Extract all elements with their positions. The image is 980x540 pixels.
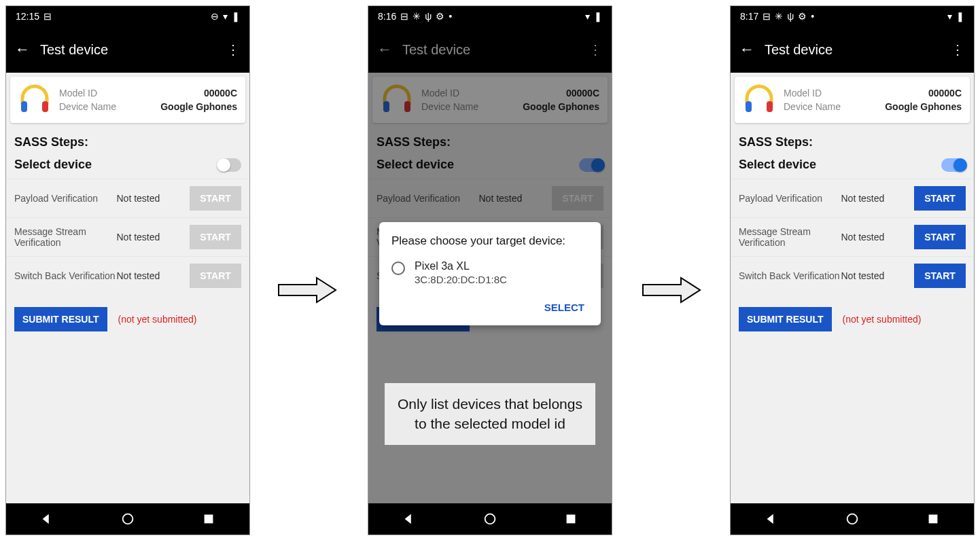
step-row: Payload Verification Not tested START xyxy=(6,179,249,217)
model-id-label: Model ID xyxy=(59,88,97,98)
flow-arrow-icon xyxy=(642,275,703,305)
battery-icon: ❚ xyxy=(232,12,240,21)
nav-back-icon[interactable] xyxy=(764,511,779,526)
app-bar: ← Test device ⋮ xyxy=(731,26,974,73)
svg-rect-4 xyxy=(383,101,389,112)
step-name: Message Stream Verification xyxy=(14,226,117,248)
wifi-icon: ▾ xyxy=(585,12,590,21)
device-name-label: Device Name xyxy=(784,101,841,112)
submit-status: (not yet submitted) xyxy=(118,314,197,325)
status-left-icon: ⚙ xyxy=(798,12,807,21)
start-button[interactable]: START xyxy=(914,264,966,288)
step-status: Not tested xyxy=(117,270,190,281)
status-left-icon: ψ xyxy=(787,12,794,21)
nav-recent-icon[interactable] xyxy=(926,511,941,526)
status-time: 8:16 xyxy=(378,11,396,22)
select-device-label: Select device xyxy=(377,158,454,172)
radio-icon[interactable] xyxy=(391,262,405,275)
device-option-mac: 3C:8D:20:DC:D1:8C xyxy=(415,274,507,285)
nav-home-icon[interactable] xyxy=(483,511,497,526)
nav-bar xyxy=(368,503,612,535)
headphones-icon xyxy=(381,84,413,116)
device-name-value: Google Gphones xyxy=(160,101,237,112)
callout-note: Only list devices that belongs to the se… xyxy=(385,383,595,445)
select-device-label: Select device xyxy=(739,158,816,172)
nav-bar xyxy=(731,503,974,535)
step-status: Not tested xyxy=(841,270,915,281)
start-button[interactable]: START xyxy=(914,225,966,249)
page-title: Test device xyxy=(40,42,222,58)
model-id-label: Model ID xyxy=(784,88,822,98)
model-id-value: 00000C xyxy=(566,88,599,98)
status-left-icon: ψ xyxy=(425,12,432,21)
nav-back-icon[interactable] xyxy=(402,511,417,526)
svg-point-10 xyxy=(847,514,858,524)
device-name-label: Device Name xyxy=(59,101,116,112)
select-device-toggle[interactable] xyxy=(579,158,603,172)
step-row: Switch Back Verification Not tested STAR… xyxy=(731,256,974,295)
status-bar: 8:17 ⊟ ✳ ψ ⚙ • ▾ ❚ xyxy=(731,6,974,26)
status-bar: 8:16 ⊟ ✳ ψ ⚙ • ▾ ❚ xyxy=(368,6,612,26)
step-row: Payload Verification Not tested START xyxy=(731,179,974,217)
submit-result-button[interactable]: SUBMIT RESULT xyxy=(739,307,832,331)
status-left-icon: ⊟ xyxy=(43,12,52,21)
status-left-icon: • xyxy=(449,12,452,21)
dialog-select-button[interactable]: SELECT xyxy=(540,295,589,320)
app-bar: ← Test device ⋮ xyxy=(368,26,612,73)
more-button[interactable]: ⋮ xyxy=(222,41,244,58)
phone-screen-3: 8:17 ⊟ ✳ ψ ⚙ • ▾ ❚ ← Test device ⋮ Model… xyxy=(730,5,975,535)
back-button[interactable]: ← xyxy=(12,41,33,58)
step-status: Not tested xyxy=(841,232,915,242)
svg-rect-7 xyxy=(567,515,576,524)
step-name: Payload Verification xyxy=(739,193,841,204)
phone-screen-2: 8:16 ⊟ ✳ ψ ⚙ • ▾ ❚ ← Test device ⋮ Model… xyxy=(368,5,612,535)
device-name-value: Google Gphones xyxy=(523,101,599,112)
section-title: SASS Steps: xyxy=(731,128,974,154)
step-name: Switch Back Verification xyxy=(14,270,117,281)
page-title: Test device xyxy=(402,42,584,58)
status-time: 8:17 xyxy=(740,11,758,22)
step-row: Payload Verification Not tested START xyxy=(368,179,612,217)
step-row: Message Stream Verification Not tested S… xyxy=(6,217,249,256)
status-left-icon: ✳ xyxy=(775,12,783,21)
start-button[interactable]: START xyxy=(914,186,966,211)
nav-home-icon[interactable] xyxy=(120,511,135,526)
start-button: START xyxy=(552,186,603,211)
model-id-value: 00000C xyxy=(928,88,962,98)
nav-home-icon[interactable] xyxy=(845,511,860,526)
phone-screen-1: 12:15 ⊟ ⊖ ▾ ❚ ← Test device ⋮ Model ID 0… xyxy=(5,5,250,535)
device-card: Model ID 00000C Device Name Google Gphon… xyxy=(735,77,970,123)
battery-icon: ❚ xyxy=(956,12,964,21)
wifi-icon: ▾ xyxy=(223,12,228,21)
svg-point-6 xyxy=(485,514,495,524)
choose-device-dialog: Please choose your target device: Pixel … xyxy=(379,222,601,325)
device-option-name: Pixel 3a XL xyxy=(415,260,507,272)
dnd-icon: ⊖ xyxy=(211,12,219,21)
status-left-icon: ⊟ xyxy=(763,12,771,21)
nav-recent-icon[interactable] xyxy=(201,511,216,526)
nav-bar xyxy=(6,503,249,535)
nav-recent-icon[interactable] xyxy=(563,511,578,526)
back-button[interactable]: ← xyxy=(374,41,396,58)
back-button[interactable]: ← xyxy=(736,41,758,58)
more-button[interactable]: ⋮ xyxy=(947,41,968,58)
submit-result-button[interactable]: SUBMIT RESULT xyxy=(14,307,107,331)
step-status: Not tested xyxy=(117,193,190,204)
step-status: Not tested xyxy=(841,193,915,204)
status-left-icon: ⚙ xyxy=(436,12,444,21)
model-id-label: Model ID xyxy=(421,88,459,98)
status-left-icon: ⊟ xyxy=(400,12,408,21)
nav-back-icon[interactable] xyxy=(39,511,54,526)
headphones-icon xyxy=(18,84,51,116)
app-bar: ← Test device ⋮ xyxy=(6,26,249,73)
headphones-icon xyxy=(743,84,775,116)
device-card: Model ID 00000C Device Name Google Gphon… xyxy=(10,77,245,123)
select-device-toggle[interactable] xyxy=(941,158,966,172)
start-button: START xyxy=(190,264,241,288)
select-device-toggle[interactable] xyxy=(217,158,241,172)
svg-rect-3 xyxy=(205,515,213,524)
device-name-label: Device Name xyxy=(421,101,478,112)
device-option[interactable]: Pixel 3a XL 3C:8D:20:DC:D1:8C xyxy=(391,257,589,295)
more-button[interactable]: ⋮ xyxy=(584,41,606,58)
device-card: Model ID 00000C Device Name Google Gphon… xyxy=(372,77,608,123)
